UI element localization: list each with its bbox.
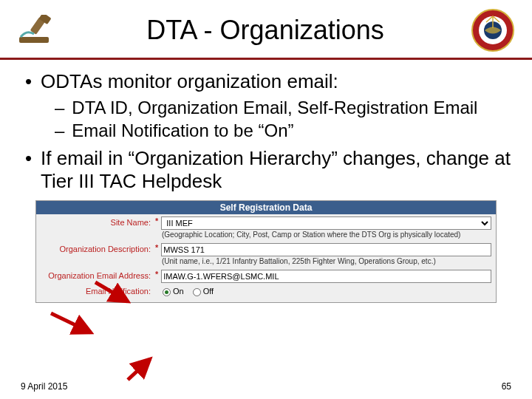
bullet-hierarchy: • If email in “Organization Hierarchy” c… [25,147,511,193]
bullet-text: DTA ID, Organization Email, Self-Registr… [72,98,477,118]
bullet-dot-icon: • [25,70,32,93]
footer-date: 9 April 2015 [21,381,67,392]
arrow-icon [122,355,159,384]
row-email-notif: Email Notification: On Off [36,283,496,302]
row-site-name: Site Name: * III MEF [36,214,496,230]
required-asterisk-icon: * [155,243,161,252]
bullet-text: If email in “Organization Hierarchy” cha… [41,147,511,193]
bullet-dot-icon: • [25,147,32,193]
org-email-input[interactable] [161,270,491,283]
usmc-seal-icon [471,9,514,52]
org-email-label: Organization Email Address: [41,270,155,280]
dash-icon: – [55,120,64,141]
required-asterisk-icon: * [155,270,161,279]
bullet-text: ODTAs monitor organization email: [41,70,338,93]
arrow-icon [48,310,100,340]
svg-line-8 [128,359,150,380]
header-bar: DTA - Organizations [0,0,532,58]
org-desc-label: Organization Description: [41,243,155,253]
radio-icon [193,288,201,296]
dash-icon: – [55,98,64,118]
bullet-text: Email Notification to be “On” [72,120,293,141]
bullet-email-notif: – Email Notification to be “On” [55,120,511,141]
content-area: • ODTAs monitor organization email: – DT… [0,70,532,303]
site-name-label: Site Name: [41,216,155,227]
radio-on[interactable]: On [163,287,184,296]
self-registration-form: Self Registration Data Site Name: * III … [35,200,497,303]
form-title: Self Registration Data [36,201,496,214]
footer-page: 65 [502,381,511,392]
bullet-dta-id: – DTA ID, Organization Email, Self-Regis… [55,98,511,118]
svg-line-7 [51,313,91,332]
row-org-email: Organization Email Address: * [36,267,496,283]
bullet-odta-monitor: • ODTAs monitor organization email: [25,70,511,93]
footer: 9 April 2015 65 [21,381,511,392]
row-org-desc: Organization Description: * [36,241,496,256]
radio-icon [163,288,171,296]
radio-off[interactable]: Off [193,287,214,296]
org-desc-input[interactable] [161,243,491,256]
header-divider [0,58,532,60]
required-asterisk-icon: * [155,216,161,225]
slide-title: DTA - Organizations [59,15,471,46]
site-name-hint: (Geographic Location; City, Post, Camp o… [36,230,496,241]
org-desc-hint: (Unit name, i.e., 1/21 Infantry Battalio… [36,256,496,267]
gavel-logo [18,15,59,46]
site-name-select[interactable]: III MEF [161,216,491,230]
email-notif-label: Email Notification: [41,285,155,296]
svg-rect-0 [19,37,49,43]
